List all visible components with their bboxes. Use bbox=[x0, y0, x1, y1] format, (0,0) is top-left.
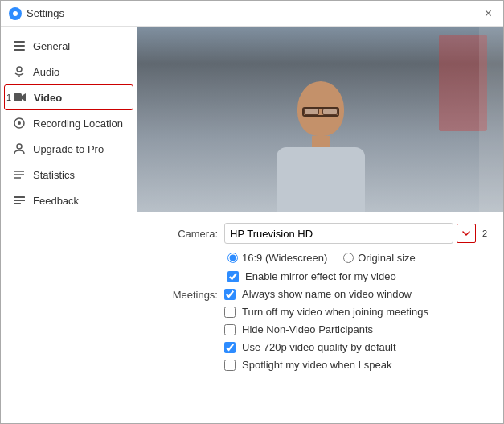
meetings-section: Meetings: Always show name on video wind… bbox=[154, 288, 487, 377]
mirror-row: Enable mirror effect for my video bbox=[227, 270, 487, 282]
widescreen-label: 16:9 (Widescreen) bbox=[242, 252, 327, 264]
widescreen-option[interactable]: 16:9 (Widescreen) bbox=[227, 252, 327, 264]
sidebar: General Audio 1 bbox=[1, 27, 137, 423]
title-bar-left: Settings bbox=[9, 7, 64, 20]
sidebar-item-audio[interactable]: Audio bbox=[1, 59, 137, 84]
meetings-options-container: Always show name on video window Turn of… bbox=[224, 288, 487, 377]
video-preview bbox=[137, 27, 503, 212]
meetings-option-label-0: Always show name on video window bbox=[242, 288, 412, 300]
settings-window: Settings × General bbox=[0, 0, 504, 424]
svg-point-7 bbox=[18, 121, 21, 125]
aspect-ratio-row: 16:9 (Widescreen) Original size bbox=[227, 252, 487, 264]
settings-panel: Camera: HP Truevision HD 2 bbox=[137, 212, 503, 423]
svg-rect-13 bbox=[14, 200, 25, 201]
camera-select-wrapper: HP Truevision HD 2 bbox=[224, 223, 487, 244]
meetings-option-label-2: Hide Non-Video Participants bbox=[242, 323, 373, 335]
title-bar: Settings × bbox=[1, 1, 503, 27]
camera-row: Camera: HP Truevision HD 2 bbox=[154, 223, 487, 244]
zoom-logo bbox=[9, 7, 22, 20]
meetings-option-0: Always show name on video window bbox=[224, 288, 487, 300]
meetings-checkbox-0[interactable] bbox=[224, 289, 236, 300]
sidebar-label-statistics: Statistics bbox=[33, 169, 75, 181]
sidebar-label-audio: Audio bbox=[33, 66, 59, 78]
original-label: Original size bbox=[358, 252, 416, 264]
window-title: Settings bbox=[27, 7, 64, 19]
meetings-checkbox-4[interactable] bbox=[224, 360, 236, 371]
video-icon bbox=[13, 90, 27, 105]
sidebar-label-video: Video bbox=[34, 92, 62, 104]
svg-point-8 bbox=[17, 144, 22, 149]
meetings-option-3: Use 720p video quality by default bbox=[224, 341, 487, 353]
meetings-checkbox-2[interactable] bbox=[224, 324, 236, 335]
sidebar-label-general: General bbox=[33, 40, 70, 52]
audio-icon bbox=[12, 64, 27, 79]
svg-rect-12 bbox=[14, 196, 25, 198]
sidebar-item-video[interactable]: 1 Video bbox=[4, 84, 133, 110]
zoom-logo-inner bbox=[13, 11, 18, 16]
meetings-option-1: Turn off my video when joining meetings bbox=[224, 306, 487, 318]
statistics-icon bbox=[12, 167, 27, 182]
svg-rect-0 bbox=[14, 41, 25, 43]
svg-rect-1 bbox=[14, 45, 25, 47]
camera-select[interactable]: HP Truevision HD bbox=[224, 223, 453, 244]
sidebar-item-general[interactable]: General bbox=[1, 33, 137, 59]
widescreen-radio[interactable] bbox=[227, 253, 238, 263]
camera-label: Camera: bbox=[154, 228, 218, 240]
mirror-label: Enable mirror effect for my video bbox=[245, 270, 396, 282]
sidebar-label-recording: Recording Location bbox=[33, 117, 123, 130]
meetings-checkbox-1[interactable] bbox=[224, 307, 236, 318]
meetings-option-2: Hide Non-Video Participants bbox=[224, 323, 487, 335]
video-preview-image bbox=[137, 27, 503, 212]
svg-rect-2 bbox=[14, 49, 25, 51]
recording-icon bbox=[12, 116, 27, 130]
sidebar-item-upgrade[interactable]: Upgrade to Pro bbox=[1, 136, 137, 162]
sidebar-item-feedback[interactable]: Feedback bbox=[1, 187, 137, 213]
meetings-option-4: Spotlight my video when I speak bbox=[224, 359, 487, 371]
original-option[interactable]: Original size bbox=[343, 252, 416, 264]
close-button[interactable]: × bbox=[481, 6, 495, 22]
badge-1: 1 bbox=[6, 93, 11, 102]
sidebar-item-recording[interactable]: Recording Location bbox=[1, 110, 137, 136]
camera-dropdown-button[interactable] bbox=[457, 224, 476, 243]
feedback-icon bbox=[12, 193, 27, 208]
main-content: General Audio 1 bbox=[1, 27, 503, 423]
sidebar-item-statistics[interactable]: Statistics bbox=[1, 162, 137, 187]
sidebar-label-upgrade: Upgrade to Pro bbox=[33, 143, 104, 155]
meetings-label: Meetings: bbox=[154, 289, 218, 301]
svg-point-3 bbox=[17, 67, 22, 72]
sidebar-label-feedback: Feedback bbox=[33, 195, 79, 207]
meetings-option-label-1: Turn off my video when joining meetings bbox=[242, 306, 428, 318]
meetings-option-label-4: Spotlight my video when I speak bbox=[242, 359, 391, 371]
badge-2: 2 bbox=[482, 228, 487, 238]
svg-rect-14 bbox=[14, 203, 21, 204]
mirror-checkbox[interactable] bbox=[227, 271, 239, 282]
svg-rect-5 bbox=[14, 93, 22, 101]
original-radio[interactable] bbox=[343, 253, 354, 263]
upgrade-icon bbox=[12, 142, 27, 156]
general-icon bbox=[12, 39, 27, 53]
meetings-option-label-3: Use 720p video quality by default bbox=[242, 341, 396, 353]
meetings-checkbox-3[interactable] bbox=[224, 342, 236, 353]
meetings-header-row: Meetings: Always show name on video wind… bbox=[154, 288, 487, 377]
content-area: Camera: HP Truevision HD 2 bbox=[137, 27, 503, 423]
